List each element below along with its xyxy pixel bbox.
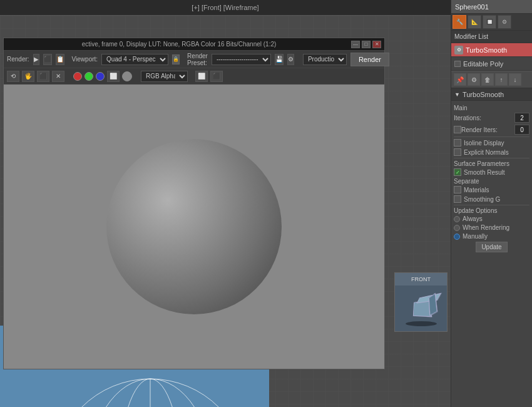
ts-main-label: Main <box>454 105 529 111</box>
render-title-bar: ective, frame 0, Display LUT: None, RGBA… <box>4 38 384 51</box>
turbosmooth-section: Main Iterations: 2 Render Iters: 0 Isoli… <box>451 101 532 257</box>
ts-collapse-icon: ▼ <box>454 91 460 98</box>
rgb-mode-dropdown[interactable]: RGB Alpha <box>141 71 188 82</box>
render-button[interactable]: Render <box>350 53 389 66</box>
lock-icon[interactable]: 🔒 <box>172 54 180 64</box>
ts-render-iters-label: Render Iters: <box>461 126 514 133</box>
render-canvas <box>4 85 384 369</box>
toolbar2-icon-1[interactable]: ⟲ <box>7 71 19 82</box>
up-icon[interactable]: ↑ <box>495 73 508 86</box>
ts-divider-3 <box>454 205 529 205</box>
viewport-label-r: Viewport: <box>72 56 98 63</box>
ts-surface-label: Surface Parameters <box>454 160 529 167</box>
color-green[interactable] <box>84 72 93 81</box>
preset-label: Render Preset: <box>187 53 208 66</box>
ts-smooth-result-label: Smooth Result <box>464 169 505 176</box>
config-icon[interactable]: ⚙ <box>468 73 480 86</box>
color-gray[interactable] <box>122 71 132 81</box>
ts-isoline-row: Isoline Display <box>454 139 529 147</box>
ts-smoothing-row: Smoothing G <box>454 195 529 203</box>
modifier-gear-icon: ⚙ <box>454 46 463 54</box>
ts-iterations-value[interactable]: 2 <box>514 113 529 123</box>
mini-preview-window: FRONT <box>394 272 448 332</box>
modifier-name-turbosmooth: TurboSmooth <box>466 46 507 54</box>
ts-always-row: Always <box>454 215 529 222</box>
color-blue[interactable] <box>96 72 105 81</box>
ts-manually-row: Manually <box>454 233 529 240</box>
panel-thumb-2[interactable]: 📐 <box>468 15 481 29</box>
render-icon-3[interactable]: 📋 <box>56 54 64 65</box>
render-icon-2[interactable]: ⬛ <box>43 54 52 65</box>
toolbar2-icon-3[interactable]: ⬛ <box>37 71 49 82</box>
cube-shadow <box>406 321 437 326</box>
render-icon-1[interactable]: ▶ <box>33 54 39 65</box>
ts-radio-always[interactable] <box>454 216 460 222</box>
preset-icon-2[interactable]: ⚙ <box>287 54 294 65</box>
modifier-editable-poly[interactable]: Editable Poly <box>451 57 532 71</box>
viewport-dropdown[interactable]: Quad 4 - Perspec <box>101 54 168 65</box>
ts-explicit-row: Explicit Normals <box>454 148 529 156</box>
maximize-button[interactable]: □ <box>362 41 371 48</box>
modifier-turbosmooth[interactable]: ⚙ TurboSmooth <box>451 43 532 57</box>
ts-render-iters-row: Render Iters: 0 <box>454 125 529 135</box>
mini-cube <box>412 299 431 317</box>
ts-update-label: Update Options <box>454 207 529 214</box>
toolbar2-icon-2[interactable]: 🖐 <box>22 71 34 82</box>
modifier-list-header: Modifier List <box>451 31 532 43</box>
modifier-checkbox[interactable] <box>454 61 461 67</box>
bottom-panel-icons: 📌 ⚙ 🗑 ↑ ↓ <box>451 71 532 88</box>
pin-icon[interactable]: 📌 <box>454 73 466 86</box>
ts-radio-manually[interactable] <box>454 234 460 240</box>
object-name: Sphere001 <box>455 3 489 11</box>
render-label: Render: <box>7 56 29 63</box>
panel-thumb-active[interactable]: 🔧 <box>453 15 466 29</box>
display-icon-1[interactable]: ⬜ <box>195 71 208 82</box>
preset-dropdown[interactable]: -------------------- <box>212 54 271 65</box>
ts-smoothing-checkbox[interactable] <box>454 195 461 203</box>
ts-smoothing-label: Smoothing G <box>464 196 500 203</box>
panel-thumb-3[interactable]: 🔲 <box>483 15 496 29</box>
ts-isoline-checkbox[interactable] <box>454 139 461 147</box>
ts-explicit-checkbox[interactable] <box>454 148 461 156</box>
render-window: ective, frame 0, Display LUT: None, RGBA… <box>3 38 385 369</box>
ts-manually-label: Manually <box>463 233 488 240</box>
ts-update-button[interactable]: Update <box>476 242 507 252</box>
display-icon-2[interactable]: ⬛ <box>210 71 223 82</box>
color-red[interactable] <box>73 72 82 81</box>
ts-materials-checkbox[interactable] <box>454 186 461 193</box>
ts-render-iters-checkbox[interactable] <box>454 126 461 133</box>
ts-materials-row: Materials <box>454 186 529 193</box>
ts-iterations-row: Iterations: 2 <box>454 113 529 123</box>
ts-isoline-label: Isoline Display <box>464 140 504 147</box>
modifier-name-poly: Editable Poly <box>463 60 503 68</box>
ts-explicit-label: Explicit Normals <box>464 149 509 156</box>
wireframe-svg <box>50 376 269 407</box>
ts-smooth-result-checkbox[interactable] <box>454 168 461 176</box>
ts-divider-2 <box>454 158 529 158</box>
minimize-button[interactable]: — <box>351 41 360 48</box>
production-dropdown[interactable]: Production <box>303 54 347 65</box>
panel-thumb-4[interactable]: ⚙ <box>498 15 511 29</box>
down-icon[interactable]: ↓ <box>509 73 521 86</box>
close-button[interactable]: ✕ <box>372 41 381 48</box>
ts-always-label: Always <box>463 215 483 222</box>
ts-separate-label: Separate <box>454 178 529 185</box>
ts-when-rendering-label: When Rendering <box>463 224 509 231</box>
ts-smooth-result-row: Smooth Result <box>454 168 529 176</box>
ts-when-rendering-row: When Rendering <box>454 224 529 231</box>
object-name-bar: Sphere001 <box>451 0 532 14</box>
alpha-icon[interactable]: ⬜ <box>107 71 120 82</box>
preset-icon-1[interactable]: 💾 <box>275 54 284 65</box>
ts-render-iters-value[interactable]: 0 <box>514 125 529 135</box>
modifier-list-label: Modifier List <box>454 33 488 40</box>
turbosmooth-header[interactable]: ▼ TurboSmooth <box>451 88 532 101</box>
mini-preview-label: FRONT <box>395 273 447 286</box>
toolbar2-icon-4[interactable]: ✕ <box>52 71 64 82</box>
render-window-controls: — □ ✕ <box>351 41 381 48</box>
ts-radio-when-rendering[interactable] <box>454 225 460 231</box>
trash-icon[interactable]: 🗑 <box>481 73 494 86</box>
viewport-top-bar: [+] [Front] [Wireframe] <box>0 0 451 16</box>
render-window-title: ective, frame 0, Display LUT: None, RGBA… <box>7 41 351 48</box>
right-panel: Sphere001 🔧 📐 🔲 ⚙ Modifier List ⚙ TurboS… <box>451 0 532 407</box>
render-toolbar-2: ⟲ 🖐 ⬛ ✕ ⬜ RGB Alpha ⬜ ⬛ <box>4 68 384 85</box>
